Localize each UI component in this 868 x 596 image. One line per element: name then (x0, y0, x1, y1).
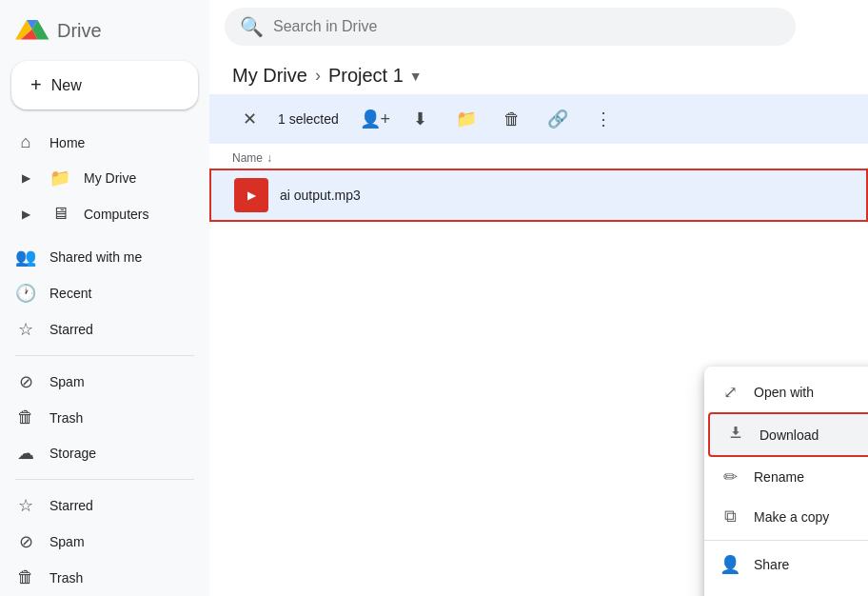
starred2-icon: ☆ (15, 495, 36, 516)
breadcrumb-current-label: Project 1 (328, 65, 404, 87)
table-row[interactable]: ▶ ai output.mp3 (209, 169, 868, 222)
sidebar-item-starred2[interactable]: ☆ Starred (0, 487, 198, 524)
sidebar-label-starred2: Starred (49, 498, 93, 513)
close-icon: ✕ (243, 109, 257, 129)
sidebar-item-trash2[interactable]: 🗑 Trash (0, 560, 198, 595)
spam2-icon: ⊘ (15, 531, 36, 552)
sidebar-item-spam[interactable]: ⊘ Spam (0, 364, 198, 400)
breadcrumb: My Drive › Project 1 ▼ (209, 53, 868, 94)
sidebar: Drive + New ⌂ Home ▶ 📁 My Drive ▶ 🖥 Comp… (0, 0, 209, 596)
close-selection-button[interactable]: ✕ (232, 102, 266, 136)
breadcrumb-current[interactable]: Project 1 ▼ (328, 65, 423, 87)
my-drive-folder-icon: 📁 (49, 168, 70, 189)
menu-item-open-with[interactable]: ⤢ Open with › (704, 372, 868, 412)
menu-label-download: Download (760, 427, 819, 443)
more-action-button[interactable]: ⋮ (586, 102, 621, 136)
sidebar-item-spam2[interactable]: ⊘ Spam (0, 524, 198, 560)
sidebar-divider-1 (15, 355, 194, 356)
menu-label-rename: Rename (754, 469, 804, 485)
computers-icon: 🖥 (49, 204, 70, 224)
sidebar-label-home: Home (49, 135, 85, 150)
sidebar-label-my-drive: My Drive (84, 170, 136, 186)
menu-label-open-with: Open with (754, 385, 814, 400)
file-list-header: Name ↓ (209, 148, 868, 169)
search-icon: 🔍 (240, 15, 264, 38)
sidebar-label-starred: Starred (49, 322, 93, 337)
file-type-icon: ▶ (234, 178, 268, 212)
my-drive-expand-icon: ▶ (15, 171, 36, 185)
link-action-icon: 🔗 (547, 109, 568, 129)
download-action-icon: ⬇ (413, 109, 427, 129)
sidebar-item-trash[interactable]: 🗑 Trash (0, 400, 198, 435)
share-action-button[interactable]: 👤+ (358, 102, 392, 136)
computers-expand-icon: ▶ (15, 208, 36, 221)
new-button[interactable]: + New (11, 61, 198, 109)
trash-icon: 🗑 (15, 407, 36, 427)
more-action-icon: ⋮ (595, 109, 612, 129)
sidebar-label-recent: Recent (49, 286, 91, 301)
menu-item-rename[interactable]: ✏ Rename (704, 457, 868, 497)
header: 🔍 (209, 0, 868, 53)
app-name: Drive (57, 20, 102, 42)
starred-icon: ☆ (15, 319, 36, 340)
new-button-label: New (51, 77, 82, 94)
app-logo: Drive (0, 8, 209, 57)
home-icon: ⌂ (15, 132, 36, 152)
new-icon: + (30, 74, 42, 96)
menu-label-make-copy: Make a copy (754, 509, 829, 525)
move-action-button[interactable]: 📁 (449, 102, 483, 136)
sidebar-item-starred[interactable]: ☆ Starred (0, 311, 198, 348)
content-area: Name ↓ ▶ ai output.mp3 ⤢ Open with › (209, 148, 868, 596)
menu-label-share: Share (754, 557, 789, 572)
sidebar-label-storage: Storage (49, 446, 96, 461)
selected-count-label: 1 selected (278, 111, 339, 127)
name-column-label[interactable]: Name (232, 151, 263, 165)
action-bar: ✕ 1 selected 👤+ ⬇ 📁 🗑 🔗 ⋮ (209, 94, 868, 144)
open-with-icon: ⤢ (720, 382, 740, 403)
sidebar-item-recent[interactable]: 🕐 Recent (0, 275, 198, 311)
breadcrumb-separator: › (315, 66, 321, 86)
breadcrumb-root[interactable]: My Drive (232, 65, 307, 87)
main-content: 🔍 My Drive › Project 1 ▼ ✕ 1 selected 👤+… (209, 0, 868, 596)
sidebar-item-shared[interactable]: 👥 Shared with me (0, 239, 198, 275)
download-icon (725, 424, 746, 446)
recent-icon: 🕐 (15, 283, 36, 304)
context-menu: ⤢ Open with › Download ✏ Rename (704, 367, 868, 596)
sidebar-label-computers: Computers (84, 207, 148, 222)
copy-icon: ⧉ (720, 507, 740, 526)
download-action-button[interactable]: ⬇ (404, 102, 438, 136)
spam-icon: ⊘ (15, 371, 36, 392)
sidebar-label-spam: Spam (49, 374, 85, 389)
menu-item-share[interactable]: 👤 Share › (704, 545, 868, 585)
storage-icon: ☁ (15, 443, 36, 464)
trash2-icon: 🗑 (15, 567, 36, 587)
rename-icon: ✏ (720, 467, 740, 487)
drive-logo-icon (15, 15, 49, 46)
file-name-label: ai output.mp3 (280, 188, 361, 203)
sidebar-item-home[interactable]: ⌂ Home (0, 125, 198, 160)
share-action-icon: 👤+ (360, 109, 391, 129)
delete-action-button[interactable]: 🗑 (495, 102, 529, 136)
sidebar-item-my-drive[interactable]: ▶ 📁 My Drive (0, 160, 198, 196)
share-icon: 👤 (720, 554, 740, 575)
link-action-button[interactable]: 🔗 (541, 102, 575, 136)
move-action-icon: 📁 (456, 109, 477, 129)
search-input[interactable] (273, 18, 780, 35)
sidebar-item-storage[interactable]: ☁ Storage (0, 435, 198, 471)
sidebar-label-trash: Trash (49, 410, 83, 426)
delete-action-icon: 🗑 (503, 109, 521, 129)
context-menu-divider-1 (704, 540, 868, 541)
breadcrumb-dropdown-icon: ▼ (409, 69, 423, 84)
search-bar[interactable]: 🔍 (225, 8, 796, 46)
sidebar-item-computers[interactable]: ▶ 🖥 Computers (0, 196, 198, 231)
menu-item-download[interactable]: Download (708, 412, 868, 457)
sidebar-label-shared: Shared with me (49, 249, 142, 265)
file-icon-label: ▶ (247, 189, 255, 202)
sort-arrow-icon: ↓ (266, 151, 272, 165)
sidebar-label-trash2: Trash (49, 570, 83, 586)
menu-item-organize[interactable]: 📂 Organize › (704, 585, 868, 596)
menu-item-make-copy[interactable]: ⧉ Make a copy Ctrl+C Ctrl+V (704, 497, 868, 536)
shared-icon: 👥 (15, 247, 36, 268)
sidebar-label-spam2: Spam (49, 534, 85, 549)
sidebar-divider-2 (15, 479, 194, 480)
